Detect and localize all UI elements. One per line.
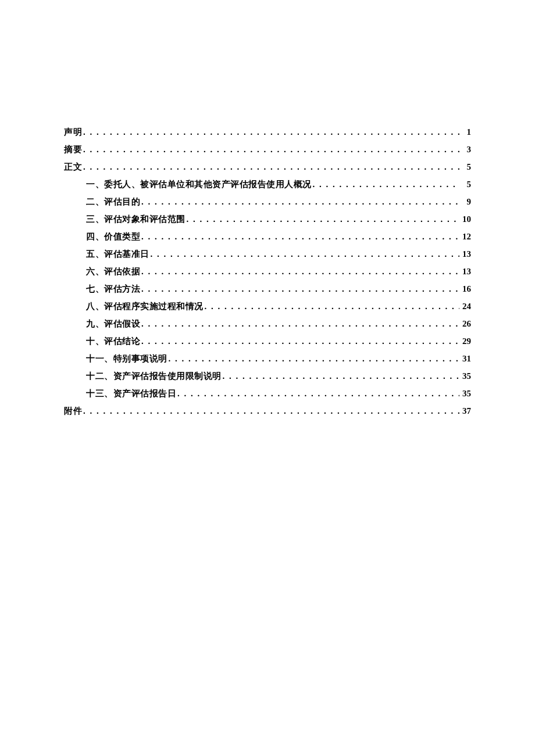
toc-leader-dots bbox=[82, 145, 459, 154]
toc-leader-dots bbox=[149, 250, 460, 259]
toc-leader-dots bbox=[82, 128, 459, 137]
toc-entry: 八、评估程序实施过程和情况 24 bbox=[64, 302, 471, 311]
toc-entry: 五、评估基准日 13 bbox=[64, 250, 471, 259]
toc-entry: 九、评估假设 26 bbox=[64, 320, 471, 328]
toc-entry-label: 附件 bbox=[64, 407, 82, 415]
toc-entry-label: 声明 bbox=[64, 128, 82, 137]
toc-entry: 七、评估方法 16 bbox=[64, 285, 471, 293]
toc-entry-label: 十二、资产评估报告使用限制说明 bbox=[86, 372, 222, 381]
toc-entry-label: 五、评估基准日 bbox=[86, 250, 149, 259]
toc-entry-page: 26 bbox=[459, 320, 471, 328]
toc-entry-page: 1 bbox=[459, 128, 471, 137]
toc-entry: 十一、特别事项说明 31 bbox=[64, 354, 471, 363]
toc-entry: 十、评估结论 29 bbox=[64, 337, 471, 346]
toc-entry-label: 六、评估依据 bbox=[86, 267, 140, 276]
toc-entry-label: 二、评估目的 bbox=[86, 198, 140, 206]
toc-entry-label: 九、评估假设 bbox=[86, 320, 140, 328]
toc-entry-label: 正文 bbox=[64, 163, 82, 171]
toc-entry-label: 八、评估程序实施过程和情况 bbox=[86, 302, 204, 311]
toc-entry-label: 十一、特别事项说明 bbox=[86, 354, 167, 363]
toc-entry: 一、委托人、被评估单位和其他资产评估报告使用人概况 5 bbox=[64, 180, 471, 189]
toc-entry-label: 十三、资产评估报告日 bbox=[86, 389, 176, 398]
toc-entry-page: 37 bbox=[459, 407, 471, 415]
toc-entry: 附件 37 bbox=[64, 407, 471, 415]
table-of-contents: 声明 1 摘要 3 正文 5 一、委托人、被评估单位和其他资产评估报告使用人概况… bbox=[64, 128, 471, 415]
toc-leader-dots bbox=[140, 337, 459, 346]
toc-entry-label: 四、价值类型 bbox=[86, 232, 140, 241]
toc-entry-label: 一、委托人、被评估单位和其他资产评估报告使用人概况 bbox=[86, 180, 312, 189]
toc-entry-label: 十、评估结论 bbox=[86, 337, 140, 346]
toc-entry-page: 5 bbox=[459, 180, 471, 189]
toc-entry-page: 10 bbox=[459, 215, 471, 224]
toc-leader-dots bbox=[82, 407, 459, 415]
toc-entry-page: 5 bbox=[459, 163, 471, 171]
toc-entry: 正文 5 bbox=[64, 163, 471, 171]
toc-leader-dots bbox=[140, 232, 459, 241]
toc-entry-page: 3 bbox=[459, 145, 471, 154]
toc-entry: 六、评估依据 13 bbox=[64, 267, 471, 276]
toc-leader-dots bbox=[167, 354, 460, 363]
toc-entry-page: 9 bbox=[459, 198, 471, 206]
toc-entry: 四、价值类型 12 bbox=[64, 232, 471, 241]
toc-leader-dots bbox=[312, 180, 460, 189]
toc-entry-page: 35 bbox=[459, 389, 471, 398]
toc-entry: 十三、资产评估报告日 35 bbox=[64, 389, 471, 398]
toc-entry-page: 31 bbox=[459, 354, 471, 363]
toc-entry: 十二、资产评估报告使用限制说明 35 bbox=[64, 372, 471, 381]
toc-entry: 声明 1 bbox=[64, 128, 471, 137]
toc-leader-dots bbox=[204, 302, 460, 311]
toc-entry-page: 29 bbox=[459, 337, 471, 346]
toc-entry-label: 摘要 bbox=[64, 145, 82, 154]
toc-entry-label: 七、评估方法 bbox=[86, 285, 140, 293]
toc-leader-dots bbox=[140, 285, 459, 293]
toc-entry: 二、评估目的 9 bbox=[64, 198, 471, 206]
toc-entry: 摘要 3 bbox=[64, 145, 471, 154]
toc-entry-page: 35 bbox=[459, 372, 471, 381]
toc-entry-page: 16 bbox=[459, 285, 471, 293]
toc-leader-dots bbox=[140, 267, 459, 276]
toc-entry-page: 13 bbox=[459, 250, 471, 259]
toc-leader-dots bbox=[186, 215, 460, 224]
toc-leader-dots bbox=[222, 372, 460, 381]
toc-leader-dots bbox=[140, 320, 459, 328]
toc-entry-page: 12 bbox=[459, 232, 471, 241]
toc-leader-dots bbox=[176, 389, 459, 398]
toc-leader-dots bbox=[82, 163, 459, 171]
toc-entry-page: 24 bbox=[459, 302, 471, 311]
toc-entry-page: 13 bbox=[459, 267, 471, 276]
toc-entry-label: 三、评估对象和评估范围 bbox=[86, 215, 186, 224]
toc-entry: 三、评估对象和评估范围 10 bbox=[64, 215, 471, 224]
toc-leader-dots bbox=[140, 198, 459, 206]
